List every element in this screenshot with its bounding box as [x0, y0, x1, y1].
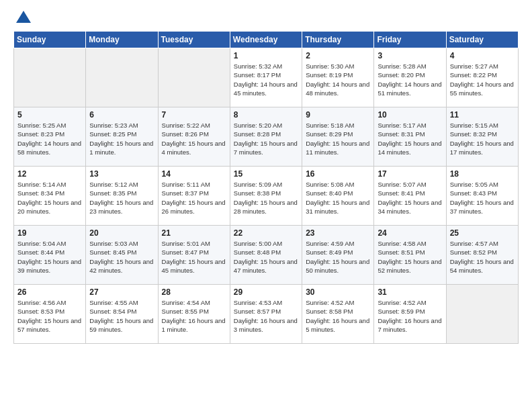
day-number: 18 [450, 169, 515, 179]
calendar-week-row: 26Sunrise: 4:56 AMSunset: 8:53 PMDayligh… [14, 285, 519, 344]
calendar-body: 1Sunrise: 5:32 AMSunset: 8:17 PMDaylight… [14, 48, 519, 344]
calendar-week-row: 1Sunrise: 5:32 AMSunset: 8:17 PMDaylight… [14, 48, 519, 107]
calendar-cell: 4Sunrise: 5:27 AMSunset: 8:22 PMDaylight… [446, 48, 518, 107]
day-number: 29 [234, 287, 298, 297]
day-info: Sunrise: 5:22 AMSunset: 8:26 PMDaylight:… [162, 121, 226, 156]
day-info: Sunrise: 5:04 AMSunset: 8:44 PMDaylight:… [17, 239, 82, 275]
calendar-cell: 24Sunrise: 4:58 AMSunset: 8:51 PMDayligh… [374, 226, 446, 285]
header [13, 11, 519, 23]
calendar-cell: 14Sunrise: 5:11 AMSunset: 8:37 PMDayligh… [158, 167, 230, 226]
day-number: 15 [234, 169, 298, 179]
calendar-cell: 15Sunrise: 5:09 AMSunset: 8:38 PMDayligh… [230, 167, 302, 226]
calendar-cell: 22Sunrise: 5:00 AMSunset: 8:48 PMDayligh… [230, 226, 302, 285]
day-number: 31 [378, 287, 442, 297]
day-number: 1 [234, 51, 298, 60]
day-info: Sunrise: 5:30 AMSunset: 8:19 PMDaylight:… [306, 62, 370, 97]
day-number: 3 [378, 51, 442, 60]
day-number: 12 [17, 169, 82, 179]
day-info: Sunrise: 4:52 AMSunset: 8:59 PMDaylight:… [378, 298, 442, 334]
day-number: 8 [234, 110, 298, 120]
day-info: Sunrise: 5:15 AMSunset: 8:32 PMDaylight:… [450, 121, 515, 156]
day-number: 5 [17, 110, 82, 120]
day-info: Sunrise: 4:56 AMSunset: 8:53 PMDaylight:… [17, 298, 82, 334]
calendar-cell: 20Sunrise: 5:03 AMSunset: 8:45 PMDayligh… [86, 226, 158, 285]
day-info: Sunrise: 5:32 AMSunset: 8:17 PMDaylight:… [234, 62, 298, 97]
calendar-cell [86, 48, 158, 107]
calendar-cell: 29Sunrise: 4:53 AMSunset: 8:57 PMDayligh… [230, 285, 302, 344]
day-info: Sunrise: 5:08 AMSunset: 8:40 PMDaylight:… [306, 180, 370, 216]
calendar-cell: 28Sunrise: 4:54 AMSunset: 8:55 PMDayligh… [158, 285, 230, 344]
weekday-header: Saturday [446, 32, 518, 48]
calendar-cell: 7Sunrise: 5:22 AMSunset: 8:26 PMDaylight… [158, 107, 230, 167]
day-number: 11 [450, 110, 515, 120]
calendar-cell: 30Sunrise: 4:52 AMSunset: 8:58 PMDayligh… [302, 285, 374, 344]
day-number: 30 [306, 287, 370, 297]
calendar-week-row: 12Sunrise: 5:14 AMSunset: 8:34 PMDayligh… [14, 167, 519, 226]
calendar-cell [14, 48, 86, 107]
day-number: 24 [378, 228, 442, 238]
day-info: Sunrise: 4:52 AMSunset: 8:58 PMDaylight:… [306, 298, 370, 334]
day-number: 28 [162, 287, 226, 297]
logo [13, 11, 31, 23]
day-info: Sunrise: 5:01 AMSunset: 8:47 PMDaylight:… [162, 239, 226, 275]
day-info: Sunrise: 5:25 AMSunset: 8:23 PMDaylight:… [17, 121, 82, 156]
day-info: Sunrise: 4:59 AMSunset: 8:49 PMDaylight:… [306, 239, 370, 275]
calendar-header: SundayMondayTuesdayWednesdayThursdayFrid… [14, 32, 519, 48]
calendar-cell: 25Sunrise: 4:57 AMSunset: 8:52 PMDayligh… [446, 226, 518, 285]
day-number: 25 [450, 228, 515, 238]
calendar-cell: 13Sunrise: 5:12 AMSunset: 8:35 PMDayligh… [86, 167, 158, 226]
calendar-cell [158, 48, 230, 107]
logo-icon [16, 11, 31, 23]
day-info: Sunrise: 4:57 AMSunset: 8:52 PMDaylight:… [450, 239, 515, 275]
weekday-header: Sunday [14, 32, 86, 48]
weekday-header: Friday [374, 32, 446, 48]
weekday-row: SundayMondayTuesdayWednesdayThursdayFrid… [14, 32, 519, 48]
day-info: Sunrise: 5:18 AMSunset: 8:29 PMDaylight:… [306, 121, 370, 156]
day-info: Sunrise: 5:27 AMSunset: 8:22 PMDaylight:… [450, 62, 515, 97]
day-number: 7 [162, 110, 226, 120]
weekday-header: Thursday [302, 32, 374, 48]
calendar-cell: 9Sunrise: 5:18 AMSunset: 8:29 PMDaylight… [302, 107, 374, 167]
day-info: Sunrise: 5:23 AMSunset: 8:25 PMDaylight:… [89, 121, 154, 156]
calendar-cell: 31Sunrise: 4:52 AMSunset: 8:59 PMDayligh… [374, 285, 446, 344]
day-info: Sunrise: 5:07 AMSunset: 8:41 PMDaylight:… [378, 180, 442, 216]
calendar-cell: 18Sunrise: 5:05 AMSunset: 8:43 PMDayligh… [446, 167, 518, 226]
calendar-cell: 23Sunrise: 4:59 AMSunset: 8:49 PMDayligh… [302, 226, 374, 285]
day-number: 13 [89, 169, 154, 179]
day-info: Sunrise: 5:17 AMSunset: 8:31 PMDaylight:… [378, 121, 442, 156]
weekday-header: Wednesday [230, 32, 302, 48]
day-info: Sunrise: 4:54 AMSunset: 8:55 PMDaylight:… [162, 298, 226, 334]
day-number: 4 [450, 51, 515, 60]
day-info: Sunrise: 5:03 AMSunset: 8:45 PMDaylight:… [89, 239, 154, 275]
calendar-cell: 11Sunrise: 5:15 AMSunset: 8:32 PMDayligh… [446, 107, 518, 167]
day-number: 16 [306, 169, 370, 179]
day-number: 22 [234, 228, 298, 238]
day-info: Sunrise: 5:09 AMSunset: 8:38 PMDaylight:… [234, 180, 298, 216]
calendar-cell: 8Sunrise: 5:20 AMSunset: 8:28 PMDaylight… [230, 107, 302, 167]
day-info: Sunrise: 5:14 AMSunset: 8:34 PMDaylight:… [17, 180, 82, 216]
svg-marker-0 [16, 11, 31, 23]
calendar-cell [446, 285, 518, 344]
day-info: Sunrise: 4:53 AMSunset: 8:57 PMDaylight:… [234, 298, 298, 334]
day-number: 14 [162, 169, 226, 179]
day-number: 6 [89, 110, 154, 120]
calendar-cell: 17Sunrise: 5:07 AMSunset: 8:41 PMDayligh… [374, 167, 446, 226]
day-number: 19 [17, 228, 82, 238]
day-info: Sunrise: 5:11 AMSunset: 8:37 PMDaylight:… [162, 180, 226, 216]
calendar-cell: 19Sunrise: 5:04 AMSunset: 8:44 PMDayligh… [14, 226, 86, 285]
day-info: Sunrise: 4:55 AMSunset: 8:54 PMDaylight:… [89, 298, 154, 334]
calendar-week-row: 5Sunrise: 5:25 AMSunset: 8:23 PMDaylight… [14, 107, 519, 167]
day-info: Sunrise: 5:00 AMSunset: 8:48 PMDaylight:… [234, 239, 298, 275]
day-info: Sunrise: 5:12 AMSunset: 8:35 PMDaylight:… [89, 180, 154, 216]
calendar-cell: 21Sunrise: 5:01 AMSunset: 8:47 PMDayligh… [158, 226, 230, 285]
day-number: 27 [89, 287, 154, 297]
day-number: 9 [306, 110, 370, 120]
day-number: 17 [378, 169, 442, 179]
day-info: Sunrise: 4:58 AMSunset: 8:51 PMDaylight:… [378, 239, 442, 275]
day-number: 23 [306, 228, 370, 238]
weekday-header: Tuesday [158, 32, 230, 48]
calendar-cell: 26Sunrise: 4:56 AMSunset: 8:53 PMDayligh… [14, 285, 86, 344]
day-number: 21 [162, 228, 226, 238]
day-info: Sunrise: 5:28 AMSunset: 8:20 PMDaylight:… [378, 62, 442, 97]
calendar-cell: 2Sunrise: 5:30 AMSunset: 8:19 PMDaylight… [302, 48, 374, 107]
